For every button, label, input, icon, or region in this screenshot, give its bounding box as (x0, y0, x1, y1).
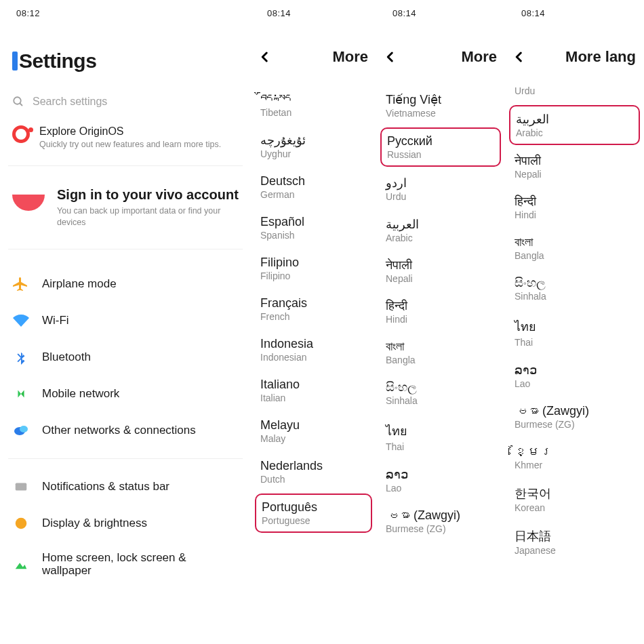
language-item[interactable]: বাংলাBangla (384, 332, 497, 373)
chevron-left-icon (513, 51, 525, 63)
language-item-partial[interactable]: Urdu (513, 85, 636, 104)
language-item[interactable]: DeutschGerman (259, 167, 368, 207)
language-list: العربيةArabicनेपालीNepaliहिन्दीHindiবাংল… (513, 105, 636, 563)
language-english: French (260, 311, 367, 322)
display-icon (12, 515, 30, 532)
search-input[interactable]: Search settings (8, 93, 243, 121)
setting-notifications[interactable]: Notifications & status bar (8, 468, 243, 505)
language-item[interactable]: العربيةArabic (509, 105, 640, 145)
language-item[interactable]: NederlandsDutch (259, 451, 368, 492)
language-item[interactable]: සිංහලSinhala (384, 373, 497, 414)
language-native: বাংলা (515, 235, 635, 249)
language-item[interactable]: हिन्दीHindi (513, 187, 636, 228)
language-item[interactable]: ไทยThai (384, 414, 497, 460)
language-english: Lao (515, 378, 635, 389)
airplane-icon (12, 275, 30, 293)
sub-header: More (259, 24, 368, 85)
language-native: नेपाली (515, 154, 635, 168)
setting-mobile-network[interactable]: Mobile network (8, 376, 243, 412)
explore-originos[interactable]: Explore OriginOS Quickly try out new fea… (8, 121, 243, 166)
language-pane-4: 08:14 More lang Urdu العربيةArabicनेपाली… (505, 0, 644, 644)
account-subtitle: You can back up important data or find y… (57, 205, 239, 228)
back-button[interactable] (384, 51, 397, 63)
title-accent-bar (12, 52, 18, 71)
notifications-icon (12, 478, 30, 496)
language-native: العربية (386, 217, 496, 232)
language-native: ဗမာ (Zawgyi) (386, 508, 496, 523)
setting-bluetooth[interactable]: Bluetooth (8, 339, 243, 376)
language-english: Uyghur (260, 148, 367, 159)
language-item[interactable]: FrançaisFrench (259, 289, 368, 329)
language-english: Italian (260, 393, 367, 403)
back-button[interactable] (259, 51, 271, 63)
language-native: ລາວ (515, 363, 635, 378)
account-text: Sign in to your vivo account You can bac… (57, 186, 239, 228)
language-item[interactable]: MelayuMalay (259, 411, 368, 451)
language-item[interactable]: Tiếng ViệtVietnamese (384, 85, 497, 126)
language-english: Sinhala (515, 291, 635, 302)
language-item[interactable]: العربيةArabic (384, 209, 497, 251)
language-item[interactable]: اردوUrdu (384, 168, 497, 209)
header-title: More lang (565, 48, 636, 66)
language-item[interactable]: ItalianoItalian (259, 370, 368, 411)
language-item[interactable]: ລາວLao (513, 355, 636, 397)
language-native: Tiếng Việt (386, 92, 496, 107)
language-native: Español (260, 215, 367, 229)
setting-airplane-mode[interactable]: Airplane mode (8, 266, 243, 302)
setting-wifi[interactable]: Wi-Fi (8, 302, 243, 339)
language-item[interactable]: ဗမာ (Zawgyi)Burmese (ZG) (384, 501, 497, 542)
language-english: Japanese (515, 545, 635, 556)
sub-header: More lang (513, 24, 636, 85)
language-english: Portuguese (262, 515, 365, 526)
language-english: Hindi (515, 209, 635, 220)
originos-icon (12, 125, 30, 143)
back-button[interactable] (513, 51, 525, 63)
language-item[interactable]: РусскийRussian (380, 127, 501, 167)
language-list: བོད་སྐདTibetanئۇيغۇرچەUyghurDeutschGerma… (259, 85, 368, 533)
setting-label: Other networks & connections (42, 424, 196, 437)
language-english: Malay (260, 433, 367, 444)
other-networks-icon (12, 422, 30, 439)
language-native: ဗမာ (Zawgyi) (515, 404, 635, 418)
setting-display[interactable]: Display & brightness (8, 505, 243, 542)
sign-in-account[interactable]: Sign in to your vivo account You can bac… (8, 166, 243, 249)
language-english: Burmese (ZG) (515, 419, 635, 430)
divider (8, 458, 243, 459)
language-item[interactable]: FilipinoFilipino (259, 248, 368, 289)
language-item[interactable]: ไทยThai (513, 309, 636, 355)
explore-text: Explore OriginOS Quickly try out new fea… (39, 125, 221, 150)
language-item[interactable]: ဗမာ (Zawgyi)Burmese (ZG) (513, 397, 636, 437)
settings-list: Airplane mode Wi-Fi Bluetooth Mobile net… (8, 249, 243, 587)
language-item[interactable]: IndonesiaIndonesian (259, 329, 368, 370)
language-item[interactable]: සිංහලSinhala (513, 268, 636, 309)
language-item[interactable]: বাংলাBangla (513, 228, 636, 268)
language-item[interactable]: नेपालीNepali (384, 251, 497, 291)
language-item[interactable]: हिन्दीHindi (384, 291, 497, 332)
setting-other-networks[interactable]: Other networks & connections (8, 412, 243, 449)
language-native: Português (262, 500, 365, 515)
language-item[interactable]: नेपालीNepali (513, 146, 636, 187)
language-native: Français (260, 296, 367, 310)
language-english: Russian (387, 149, 494, 160)
language-item[interactable]: 한국어Korean (513, 478, 636, 521)
language-english: Bangla (386, 355, 496, 365)
language-item[interactable]: ئۇيغۇرچەUyghur (259, 125, 368, 167)
language-item[interactable]: བོད་སྐདTibetan (259, 85, 368, 125)
language-item[interactable]: EspañolSpanish (259, 207, 368, 248)
language-english: Filipino (260, 270, 367, 281)
language-english: Hindi (386, 314, 496, 325)
language-item[interactable]: PortuguêsPortuguese (255, 494, 372, 533)
setting-home-screen[interactable]: Home screen, lock screen & wallpaper (8, 542, 243, 587)
language-english: German (260, 189, 367, 200)
search-placeholder: Search settings (33, 96, 107, 108)
language-item[interactable]: 日本語Japanese (513, 521, 636, 563)
language-english: Indonesian (260, 352, 367, 363)
status-time: 08:14 (384, 0, 497, 24)
language-item[interactable]: ខ្មែរKhmer (513, 437, 636, 478)
language-item[interactable]: ລາວLao (384, 460, 497, 501)
setting-label: Airplane mode (42, 277, 117, 291)
language-list: Tiếng ViệtVietnameseРусскийRussianاردوUr… (384, 85, 497, 542)
sub-header: More (384, 24, 497, 85)
language-native: Русский (387, 134, 494, 148)
language-native: Filipino (260, 256, 367, 270)
